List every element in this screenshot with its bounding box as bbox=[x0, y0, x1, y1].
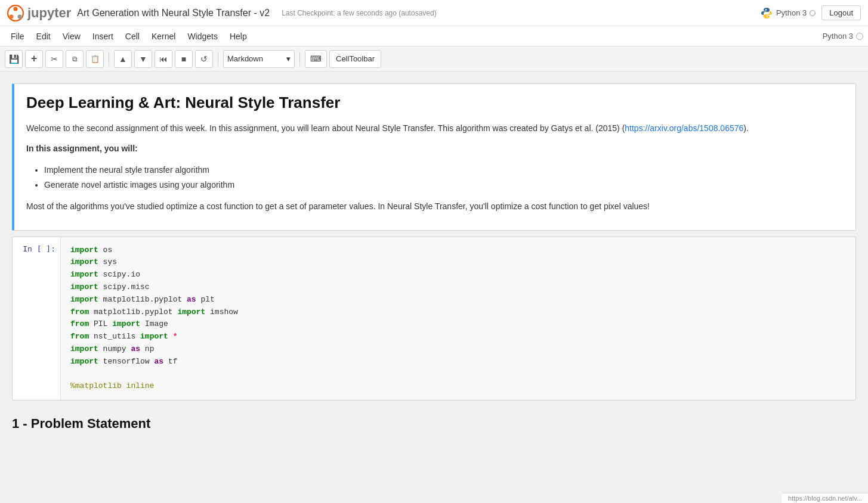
code-line: import numpy as np bbox=[70, 343, 846, 356]
python-logo-icon bbox=[760, 7, 773, 20]
menu-widgets[interactable]: Widgets bbox=[181, 29, 224, 44]
cell-label: In [ ]: bbox=[13, 237, 60, 400]
menu-kernel[interactable]: Kernel bbox=[146, 29, 181, 44]
code-cell[interactable]: In [ ]: import osimport sysimport scipy.… bbox=[12, 237, 856, 401]
kernel-circle-icon bbox=[856, 33, 863, 40]
bullet-list: Implement the neural style transfer algo… bbox=[38, 163, 844, 192]
kernel-name: Python 3 bbox=[776, 8, 807, 17]
separator-1 bbox=[109, 52, 109, 66]
keyboard-shortcuts-button[interactable]: ⌨ bbox=[305, 50, 327, 68]
intro-end: ). bbox=[743, 123, 749, 133]
kernel-status-icon bbox=[810, 10, 816, 16]
svg-point-1 bbox=[14, 7, 18, 11]
menu-cell[interactable]: Cell bbox=[119, 29, 146, 44]
code-line bbox=[70, 368, 846, 381]
add-cell-button[interactable]: + bbox=[25, 50, 43, 68]
keyboard-icon: ⌨ bbox=[310, 54, 322, 63]
markdown-cell-content: Deep Learning & Art: Neural Style Transf… bbox=[14, 84, 855, 230]
section-heading-container: 1 - Problem Statement bbox=[12, 406, 856, 436]
code-line: from PIL import Image bbox=[70, 318, 846, 331]
bullet-item-0: Implement the neural style transfer algo… bbox=[44, 163, 844, 178]
cut-button[interactable]: ✂ bbox=[45, 50, 63, 68]
app-name: jupyter bbox=[27, 5, 71, 21]
plus-icon: + bbox=[31, 52, 38, 65]
paste-icon: 📋 bbox=[91, 55, 100, 63]
menu-help[interactable]: Help bbox=[224, 29, 253, 44]
code-line: import tensorflow as tf bbox=[70, 356, 846, 368]
menu-insert[interactable]: Insert bbox=[87, 29, 119, 44]
markdown-content: Deep Learning & Art: Neural Style Transf… bbox=[26, 94, 844, 213]
separator-3 bbox=[299, 52, 300, 66]
skip-back-icon: ⏮ bbox=[159, 54, 168, 64]
code-line: %matplotlib inline bbox=[70, 380, 846, 393]
checkpoint-info: Last Checkpoint: a few seconds ago (auto… bbox=[282, 9, 437, 17]
kernel-name-menu: Python 3 bbox=[823, 32, 853, 41]
paste-button[interactable]: 📋 bbox=[86, 50, 104, 68]
svg-point-3 bbox=[10, 14, 14, 18]
cut-icon: ✂ bbox=[51, 54, 58, 64]
move-down-button[interactable]: ▼ bbox=[134, 50, 152, 68]
cell-heading: Deep Learning & Art: Neural Style Transf… bbox=[26, 94, 844, 112]
menubar-right: Python 3 bbox=[823, 32, 863, 41]
move-up-button[interactable]: ▲ bbox=[114, 50, 132, 68]
toolbar: 💾 + ✂ ⧉ 📋 ▲ ▼ ⏮ ■ ↺ Markdown ▾ ⌨ CellToo… bbox=[0, 46, 868, 72]
menubar: File Edit View Insert Cell Kernel Widget… bbox=[0, 26, 868, 46]
arrow-down-icon: ▼ bbox=[139, 54, 147, 64]
stop-icon: ■ bbox=[181, 54, 186, 64]
closing-paragraph: Most of the algorithms you've studied op… bbox=[26, 200, 844, 213]
jupyter-logo-icon bbox=[7, 5, 24, 21]
main-content: Deep Learning & Art: Neural Style Transf… bbox=[0, 72, 868, 503]
chevron-down-icon: ▾ bbox=[286, 54, 291, 63]
intro-text: Welcome to the second assignment of this… bbox=[26, 123, 625, 133]
topbar-left: jupyter Art Generation with Neural Style… bbox=[7, 5, 437, 21]
restart-button[interactable]: ↺ bbox=[195, 50, 213, 68]
code-line: import os bbox=[70, 244, 846, 257]
status-url: https://blog.csdn.net/alv... bbox=[788, 495, 862, 502]
markdown-cell: Deep Learning & Art: Neural Style Transf… bbox=[12, 83, 856, 231]
code-line: import scipy.misc bbox=[70, 281, 846, 294]
menu-edit[interactable]: Edit bbox=[30, 29, 57, 44]
menu-view[interactable]: View bbox=[57, 29, 87, 44]
bold-line: In this assignment, you will: bbox=[26, 142, 844, 155]
celltoolbar-button[interactable]: CellToolbar bbox=[329, 50, 381, 68]
bullet-item-1: Generate novel artistic images using you… bbox=[44, 178, 844, 192]
save-icon: 💾 bbox=[9, 54, 19, 64]
code-line: import sys bbox=[70, 256, 846, 269]
bold-text: In this assignment, you will: bbox=[26, 144, 138, 153]
code-line: from matplotlib.pyplot import imshow bbox=[70, 306, 846, 319]
logout-button[interactable]: Logout bbox=[821, 5, 861, 20]
arrow-up-icon: ▲ bbox=[119, 54, 127, 64]
topbar: jupyter Art Generation with Neural Style… bbox=[0, 0, 868, 26]
svg-point-2 bbox=[18, 14, 22, 18]
copy-icon: ⧉ bbox=[72, 55, 78, 63]
notebook-title[interactable]: Art Generation with Neural Style Transfe… bbox=[77, 8, 270, 18]
intro-paragraph: Welcome to the second assignment of this… bbox=[26, 122, 844, 135]
code-line: from nst_utils import * bbox=[70, 331, 846, 343]
statusbar: https://blog.csdn.net/alv... bbox=[782, 493, 868, 503]
topbar-right: Python 3 Logout bbox=[760, 5, 861, 20]
cell-type-label: Markdown bbox=[227, 54, 263, 63]
save-button[interactable]: 💾 bbox=[5, 50, 23, 68]
code-line: import scipy.io bbox=[70, 269, 846, 281]
code-line: import matplotlib.pyplot as plt bbox=[70, 294, 846, 306]
cell-type-select[interactable]: Markdown ▾ bbox=[223, 50, 295, 68]
jupyter-logo: jupyter bbox=[7, 5, 71, 21]
code-cell-wrapper: In [ ]: import osimport sysimport scipy.… bbox=[13, 237, 855, 400]
separator-2 bbox=[218, 52, 218, 66]
run-prev-button[interactable]: ⏮ bbox=[155, 50, 172, 68]
arxiv-link[interactable]: https://arxiv.org/abs/1508.06576 bbox=[625, 123, 743, 133]
code-area[interactable]: import osimport sysimport scipy.ioimport… bbox=[60, 237, 855, 400]
menu-file[interactable]: File bbox=[5, 29, 30, 44]
restart-icon: ↺ bbox=[200, 54, 208, 64]
interrupt-button[interactable]: ■ bbox=[175, 50, 193, 68]
python-badge: Python 3 bbox=[760, 7, 816, 20]
section-heading: 1 - Problem Statement bbox=[12, 416, 856, 431]
copy-button[interactable]: ⧉ bbox=[66, 50, 84, 68]
